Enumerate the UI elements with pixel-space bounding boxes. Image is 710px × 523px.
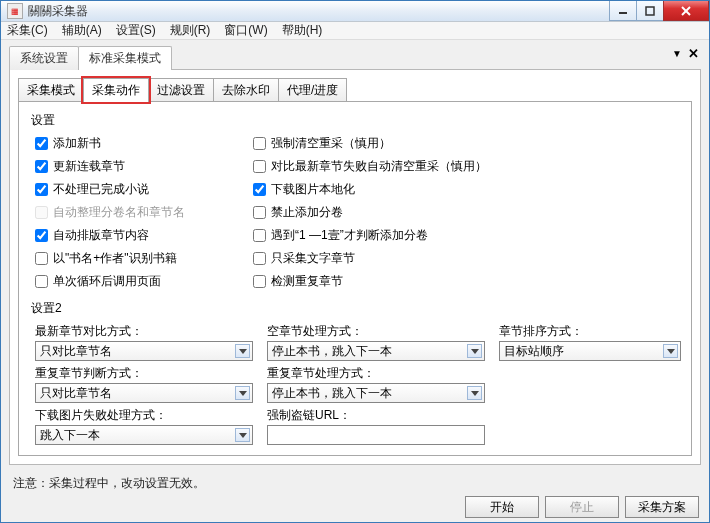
app-window: ▦ 關關采集器 采集(C) 辅助(A) 设置(S) 规则(R) 窗口(W) 帮助… (0, 0, 710, 523)
latest-compare-select[interactable]: 只对比章节名 (35, 341, 253, 361)
chk-auto-sort: 自动整理分卷名和章节名 (35, 204, 253, 221)
empty-chapter-select[interactable]: 停止本书，跳入下一本 (267, 341, 485, 361)
minimize-button[interactable] (609, 1, 637, 21)
chk-forbid-vol[interactable]: 禁止添加分卷 (253, 204, 681, 221)
chk-one-to-one-label: 遇到“1 —1壹”才判断添加分卷 (271, 227, 428, 244)
chk-detect-dup-label: 检测重复章节 (271, 273, 343, 290)
menu-settings[interactable]: 设置(S) (116, 22, 156, 39)
chk-force-clear-label: 强制清空重采（慎用） (271, 135, 391, 152)
chk-update-serial-label: 更新连载章节 (53, 158, 125, 175)
inner-tabs: 采集模式 采集动作 过滤设置 去除水印 代理/进度 (18, 78, 692, 102)
tab-body: 设置 添加新书 强制清空重采（慎用） 更新连载章节 对比最新章节失败自动清空重采… (18, 101, 692, 456)
dup-judge-value: 只对比章节名 (40, 385, 112, 402)
chk-auto-typeset[interactable]: 自动排版章节内容 (35, 227, 253, 244)
dup-handle-label: 重复章节处理方式： (267, 365, 485, 382)
dup-judge-label: 重复章节判断方式： (35, 365, 253, 382)
chevron-down-icon (467, 386, 482, 400)
close-button[interactable] (663, 1, 709, 21)
outer-tabs: 系统设置 标准采集模式 ▼ ✕ (1, 40, 709, 70)
menu-collect[interactable]: 采集(C) (7, 22, 48, 39)
app-icon: ▦ (7, 3, 23, 19)
force-url-input[interactable] (267, 425, 485, 445)
menu-help[interactable]: 帮助(H) (282, 22, 323, 39)
chk-name-author-label: 以"书名+作者"识别书籍 (53, 250, 177, 267)
menubar: 采集(C) 辅助(A) 设置(S) 规则(R) 窗口(W) 帮助(H) (1, 22, 709, 40)
tab-collect-mode[interactable]: 采集模式 (18, 78, 84, 102)
dup-handle-value: 停止本书，跳入下一本 (272, 385, 392, 402)
chk-detect-dup[interactable]: 检测重复章节 (253, 273, 681, 290)
stop-button: 停止 (545, 496, 619, 518)
stop-button-label: 停止 (570, 499, 594, 516)
chk-add-new[interactable]: 添加新书 (35, 135, 253, 152)
img-fail-label: 下载图片失败处理方式： (35, 407, 253, 424)
latest-compare-label: 最新章节对比方式： (35, 323, 253, 340)
chk-skip-finished-label: 不处理已完成小说 (53, 181, 149, 198)
footer: 开始 停止 采集方案 (1, 496, 709, 523)
chk-force-clear[interactable]: 强制清空重采（慎用） (253, 135, 681, 152)
img-fail-value: 跳入下一本 (40, 427, 100, 444)
window-title: 關關采集器 (28, 3, 610, 20)
chevron-down-icon (235, 428, 250, 442)
start-button[interactable]: 开始 (465, 496, 539, 518)
chk-auto-typeset-label: 自动排版章节内容 (53, 227, 149, 244)
chk-download-img-label: 下载图片本地化 (271, 181, 355, 198)
menu-window[interactable]: 窗口(W) (224, 22, 267, 39)
force-url-label: 强制盗链URL： (267, 407, 485, 424)
tabs-dropdown-icon[interactable]: ▼ (672, 48, 682, 59)
chk-name-author[interactable]: 以"书名+作者"识别书籍 (35, 250, 253, 267)
sort-value: 目标站顺序 (504, 343, 564, 360)
chk-forbid-vol-label: 禁止添加分卷 (271, 204, 343, 221)
scheme-button-label: 采集方案 (638, 499, 686, 516)
content-area: 采集模式 采集动作 过滤设置 去除水印 代理/进度 设置 添加新书 强制清空重采… (9, 69, 701, 465)
latest-compare-value: 只对比章节名 (40, 343, 112, 360)
tab-system-settings[interactable]: 系统设置 (9, 46, 79, 70)
maximize-button[interactable] (636, 1, 664, 21)
chk-download-img[interactable]: 下载图片本地化 (253, 181, 681, 198)
img-fail-select[interactable]: 跳入下一本 (35, 425, 253, 445)
dup-judge-select[interactable]: 只对比章节名 (35, 383, 253, 403)
scheme-button[interactable]: 采集方案 (625, 496, 699, 518)
tab-collect-action[interactable]: 采集动作 (83, 78, 149, 102)
menu-rules[interactable]: 规则(R) (170, 22, 211, 39)
chk-compare-fail-label: 对比最新章节失败自动清空重采（慎用） (271, 158, 487, 175)
tab-remove-watermark[interactable]: 去除水印 (213, 78, 279, 102)
chk-add-new-label: 添加新书 (53, 135, 101, 152)
section2-title: 设置2 (31, 300, 681, 317)
chevron-down-icon (467, 344, 482, 358)
tab-proxy-progress[interactable]: 代理/进度 (278, 78, 347, 102)
empty-chapter-value: 停止本书，跳入下一本 (272, 343, 392, 360)
chk-skip-finished[interactable]: 不处理已完成小说 (35, 181, 253, 198)
chk-one-to-one[interactable]: 遇到“1 —1壹”才判断添加分卷 (253, 227, 681, 244)
chk-text-only-label: 只采集文字章节 (271, 250, 355, 267)
chevron-down-icon (235, 344, 250, 358)
chk-compare-fail[interactable]: 对比最新章节失败自动清空重采（慎用） (253, 158, 681, 175)
chevron-down-icon (235, 386, 250, 400)
chk-single-loop-label: 单次循环后调用页面 (53, 273, 161, 290)
chk-update-serial[interactable]: 更新连载章节 (35, 158, 253, 175)
window-controls (610, 1, 709, 21)
sort-select[interactable]: 目标站顺序 (499, 341, 681, 361)
chk-text-only[interactable]: 只采集文字章节 (253, 250, 681, 267)
tab-filter[interactable]: 过滤设置 (148, 78, 214, 102)
start-button-label: 开始 (490, 499, 514, 516)
tabs-close-icon[interactable]: ✕ (688, 46, 699, 61)
chk-single-loop[interactable]: 单次循环后调用页面 (35, 273, 253, 290)
note-text: 注意：采集过程中，改动设置无效。 (1, 465, 709, 496)
tab-standard-mode[interactable]: 标准采集模式 (78, 46, 172, 70)
menu-assist[interactable]: 辅助(A) (62, 22, 102, 39)
dup-handle-select[interactable]: 停止本书，跳入下一本 (267, 383, 485, 403)
titlebar: ▦ 關關采集器 (1, 1, 709, 22)
chevron-down-icon (663, 344, 678, 358)
chk-auto-sort-label: 自动整理分卷名和章节名 (53, 204, 185, 221)
settings-grid: 添加新书 强制清空重采（慎用） 更新连载章节 对比最新章节失败自动清空重采（慎用… (35, 135, 681, 290)
sort-label: 章节排序方式： (499, 323, 681, 340)
svg-rect-1 (646, 7, 654, 15)
section1-title: 设置 (31, 112, 681, 129)
empty-chapter-label: 空章节处理方式： (267, 323, 485, 340)
